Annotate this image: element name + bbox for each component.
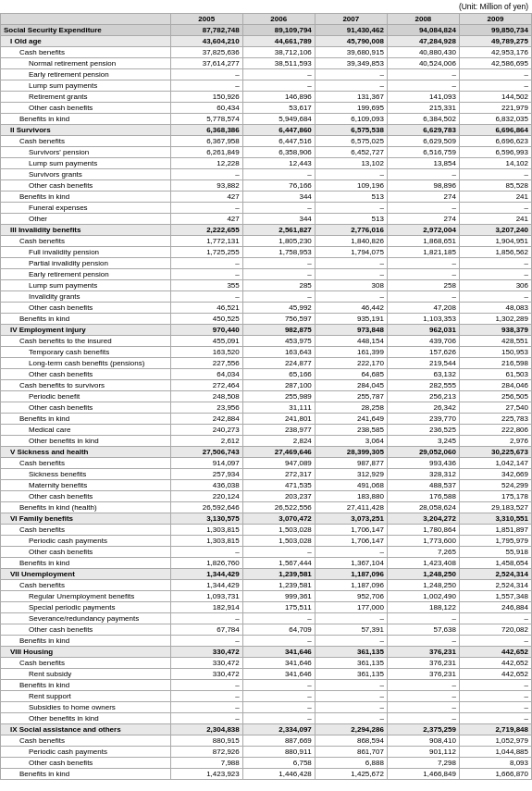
row-value: 6,447,860 <box>242 125 315 136</box>
row-label: Periodic cash payments <box>1 747 171 758</box>
row-label: Other cash benefits <box>1 624 171 636</box>
row-value: 67,784 <box>170 624 242 636</box>
row-value: 488,537 <box>387 480 459 491</box>
row-value: 89,109,794 <box>242 25 315 36</box>
row-value: 361,135 <box>315 658 387 669</box>
row-value: 163,643 <box>242 347 315 358</box>
row-value: 1,052,979 <box>459 735 531 747</box>
row-value: 161,399 <box>315 347 387 358</box>
row-label: II Survivors <box>1 125 171 136</box>
row-value: 65,166 <box>242 369 315 380</box>
row-value: – <box>170 691 242 702</box>
row-value: 524,299 <box>459 480 531 491</box>
row-value: 6,516,759 <box>387 147 459 158</box>
table-row: VII Unemployment1,344,4291,239,5811,187,… <box>1 569 532 580</box>
row-value: 306 <box>459 280 531 291</box>
row-value: 427 <box>170 192 242 203</box>
table-row: Cash benefits914,097947,089987,877993,43… <box>1 458 532 469</box>
row-label: Cash benefits <box>1 236 171 247</box>
table-row: Cash benefits1,344,4291,239,5811,187,096… <box>1 580 532 591</box>
row-value: – <box>315 702 387 713</box>
row-label: Partial invalidity pension <box>1 258 171 269</box>
row-value: 6,384,502 <box>387 114 459 125</box>
row-value: 1,856,562 <box>459 247 531 258</box>
row-value: 45,992 <box>242 303 315 314</box>
row-value: – <box>387 613 459 624</box>
table-row: Other cash benefits67,78464,70957,39157,… <box>1 624 532 636</box>
row-value: – <box>242 258 315 269</box>
row-value: 868,594 <box>315 735 387 747</box>
row-value: 63,132 <box>387 369 459 380</box>
row-value: 39,349,853 <box>315 58 387 69</box>
table-row: Other427344513274241 <box>1 214 532 225</box>
row-value: 49,789,275 <box>459 36 531 47</box>
row-value: 285 <box>242 280 315 291</box>
row-value: 99,850,734 <box>459 25 531 36</box>
row-value: 2,561,827 <box>242 225 315 236</box>
row-value: 7,265 <box>387 547 459 558</box>
row-value: 40,880,430 <box>387 47 459 58</box>
row-value: 2,719,848 <box>459 724 531 735</box>
row-value: – <box>387 203 459 214</box>
row-value: 1,239,581 <box>242 580 315 591</box>
row-label: Other cash benefits <box>1 547 171 558</box>
row-value: 157,626 <box>387 347 459 358</box>
row-value: 219,544 <box>387 358 459 369</box>
row-value: 131,367 <box>315 92 387 103</box>
row-value: 1,103,353 <box>387 314 459 325</box>
row-label: Subsidies to home owners <box>1 702 171 713</box>
row-value: 274 <box>387 192 459 203</box>
row-value: 27,540 <box>459 402 531 414</box>
row-value: 880,911 <box>242 747 315 758</box>
row-value: 880,915 <box>170 735 242 747</box>
row-value: 1,425,672 <box>315 769 387 780</box>
row-label: Temporary cash benefits <box>1 347 171 358</box>
row-value: – <box>459 691 531 702</box>
row-label: Benefits in kind <box>1 192 171 203</box>
row-value: 1,423,408 <box>387 558 459 569</box>
row-value: 64,709 <box>242 624 315 636</box>
table-row: Rent subsidy330,472341,646361,135376,231… <box>1 669 532 680</box>
row-value: 64,034 <box>170 369 242 380</box>
row-value: – <box>387 702 459 713</box>
row-value: 448,154 <box>315 336 387 347</box>
row-label: Other cash benefits <box>1 758 171 769</box>
table-row: Other cash benefits23,95631,11128,25826,… <box>1 402 532 414</box>
table-row: Invalidity grants––––– <box>1 291 532 303</box>
row-value: – <box>315 80 387 92</box>
row-value: – <box>170 613 242 624</box>
row-value: 1,557,348 <box>459 591 531 602</box>
row-value: – <box>459 69 531 80</box>
row-value: – <box>242 713 315 724</box>
row-label: III Invalidity benefits <box>1 225 171 236</box>
row-value: – <box>459 203 531 214</box>
table-row: Other cash benefits93,88276,166109,19698… <box>1 180 532 192</box>
row-value: 1,840,826 <box>315 236 387 247</box>
row-value: 1,795,979 <box>459 536 531 547</box>
row-value: 37,614,277 <box>170 58 242 69</box>
row-value: 222,806 <box>459 425 531 436</box>
row-label: Lump sum payments <box>1 80 171 92</box>
row-value: 5,778,574 <box>170 114 242 125</box>
row-value: 241 <box>459 214 531 225</box>
table-row: Periodic cash payments872,926880,911861,… <box>1 747 532 758</box>
row-value: – <box>459 291 531 303</box>
table-row: Cash benefits330,472341,646361,135376,23… <box>1 658 532 669</box>
table-row: Retirement grants150,926146,896131,36714… <box>1 92 532 103</box>
row-value: 1,248,250 <box>387 580 459 591</box>
row-value: 1,044,885 <box>459 747 531 758</box>
row-value: 3,130,575 <box>170 513 242 525</box>
row-value: 1,446,428 <box>242 769 315 780</box>
row-value: 236,525 <box>387 425 459 436</box>
row-value: 1,851,897 <box>459 525 531 536</box>
row-value: 330,472 <box>170 669 242 680</box>
row-value: 258 <box>387 280 459 291</box>
row-value: 887,669 <box>242 735 315 747</box>
table-row: Other cash benefits220,124203,237183,880… <box>1 491 532 502</box>
row-value: 376,231 <box>387 669 459 680</box>
row-value: 27,469,646 <box>242 447 315 458</box>
col-header-year-2009: 2009 <box>459 14 531 25</box>
row-value: 94,084,824 <box>387 25 459 36</box>
row-value: – <box>387 713 459 724</box>
row-value: – <box>387 636 459 647</box>
